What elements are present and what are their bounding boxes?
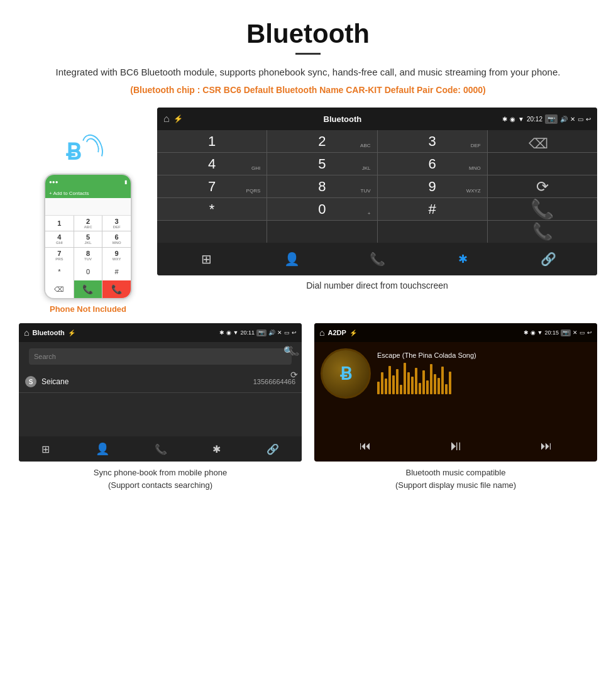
viz-bar-6 [396,369,399,394]
dial-app-name: Bluetooth [324,114,362,124]
phone-key-star[interactable]: * [45,263,74,280]
music-min-icon[interactable]: ▭ [580,329,585,336]
dial-link-icon[interactable]: 🔗 [536,246,561,272]
dial-bluetooth-icon[interactable]: ✱ [450,246,475,272]
dial-grid-icon[interactable]: ⊞ [194,246,219,272]
phone-end-btn[interactable]: 📞 [102,280,131,298]
dial-usb-icon: ⚡ [173,114,183,123]
dial-key-7[interactable]: 7PQRS [157,175,267,197]
pb-back-icon[interactable]: ↩ [292,329,297,336]
pb-contact-letter: S [25,376,36,387]
volume-icon[interactable]: 🔊 [560,116,568,123]
music-back-icon[interactable]: ↩ [587,329,592,336]
dial-key-4[interactable]: 4GHI [157,153,267,175]
bt-icon: ✱ [502,116,507,123]
viz-bar-7 [400,385,402,394]
phone-key-8[interactable]: 8TUV [74,248,102,263]
dial-key-0[interactable]: 0+ [267,198,377,220]
back-icon[interactable]: ↩ [586,116,591,123]
pb-vol-icon: 🔊 [268,329,275,336]
music-home-icon[interactable]: ⌂ [319,328,324,338]
dial-key-9[interactable]: 9WXYZ [378,175,487,197]
phone-key-hash[interactable]: # [102,263,131,280]
pb-grid-icon[interactable]: ⊞ [41,443,50,455]
wave2-icon [78,131,107,165]
viz-bar-13 [422,370,425,394]
dial-empty-2 [488,153,597,175]
pb-sync-icon[interactable]: ⟳ [290,370,298,380]
music-wifi-icon: ▼ [537,329,543,336]
pb-app-name: Bluetooth [32,329,64,336]
pb-search-input[interactable]: Search [29,348,292,365]
phone-battery: ▮ [124,179,127,185]
phone-carrier: ●●● [49,179,58,185]
music-status-bar: ⌂ A2DP ⚡ ✱ ◉ ▼ 20:15 📷 ✕ ▭ ↩ [314,323,597,342]
dial-call-green[interactable]: 📞 [488,198,597,220]
bluetooth-logo-icon: Ƀ [66,139,82,165]
music-loc-icon: ◉ [531,329,536,336]
home-icon[interactable]: ⌂ [163,113,170,124]
music-time: 20:15 [544,329,559,336]
phone-not-included-label: Phone Not Included [50,304,126,314]
dial-key-8[interactable]: 8TUV [267,175,377,197]
music-play-icon[interactable]: ⏯ [449,438,463,454]
dial-caption: Dial number direct from touchscreen [306,280,448,290]
dial-key-6[interactable]: 6MNO [378,153,487,175]
phone-key-9[interactable]: 9WXY [102,248,131,263]
dial-key-2[interactable]: 2ABC [267,130,377,152]
phone-key-0[interactable]: 0 [74,263,102,280]
wifi-icon: ▼ [518,116,524,123]
pb-link-icon[interactable]: 🔗 [267,443,279,455]
phone-cancel-btn[interactable]: ⌫ [45,280,74,298]
pb-loc-icon: ◉ [226,329,231,336]
close-icon[interactable]: ✕ [570,116,575,123]
pb-phone-icon[interactable]: 📞 [155,443,167,455]
minimize-icon[interactable]: ▭ [578,116,583,123]
pb-close-icon[interactable]: ✕ [277,329,282,336]
dial-sync-icon[interactable]: ⟳ [488,175,597,197]
music-bt-symbol: Ƀ [340,363,352,384]
viz-bar-5 [392,375,395,394]
viz-bar-1 [377,382,380,394]
dial-key-1[interactable]: 1 [157,130,267,152]
phone-key-5[interactable]: 5JKL [74,231,102,246]
camera-icon[interactable]: 📷 [545,114,558,124]
dial-key-5[interactable]: 5JKL [267,153,377,175]
pb-contact-row[interactable]: S Seicane 13566664466 [19,371,302,393]
phone-key-6[interactable]: 6MNO [102,231,131,246]
dial-bottom-bar: ⊞ 👤 📞 ✱ 🔗 [157,243,597,275]
phonebook-caption: Sync phone-book from mobile phone (Suppo… [94,467,227,491]
music-close-icon[interactable]: ✕ [573,329,578,336]
viz-bar-18 [441,367,444,394]
phone-key-1[interactable]: 1 [45,216,74,231]
dial-call-red[interactable]: 📞 [488,221,597,243]
dial-key-3[interactable]: 3DEF [378,130,487,152]
music-next-icon[interactable]: ⏭ [541,440,552,453]
viz-bar-16 [434,374,436,394]
phone-screen: + Add to Contacts 1 2ABC 3DEF 4GHI 5JKL … [45,189,131,298]
dial-phone-icon[interactable]: 📞 [365,246,390,272]
pb-person-icon[interactable]: 👤 [96,442,109,456]
specs-text: (Bluetooth chip : CSR BC6 Default Blueto… [13,85,603,95]
phone-key-4[interactable]: 4GHI [45,231,74,246]
pb-cam-icon: 📷 [256,329,267,336]
pb-bluetooth-icon[interactable]: ✱ [212,443,221,455]
pb-right-icons: 📞 ⟳ [289,346,299,380]
phone-key-7[interactable]: 7PRS [45,248,74,263]
phone-key-2[interactable]: 2ABC [74,216,102,231]
dial-person-icon[interactable]: 👤 [279,246,304,272]
pb-min-icon[interactable]: ▭ [284,329,290,336]
music-prev-icon[interactable]: ⏮ [360,440,371,453]
dial-time: 20:12 [527,116,542,123]
viz-bar-20 [449,372,451,394]
dial-status-left: ⌂ ⚡ [163,113,183,124]
phone-call-btn[interactable]: 📞 [74,280,102,298]
pb-call-icon[interactable]: 📞 [289,346,299,356]
phone-key-3[interactable]: 3DEF [102,216,131,231]
pb-bottom-bar: ⊞ 👤 📞 ✱ 🔗 [19,436,302,462]
dial-key-hash[interactable]: # [378,198,487,220]
viz-bar-2 [381,372,383,394]
pb-contact-name: Seicane [41,377,253,386]
dial-key-star[interactable]: * [157,198,267,220]
pb-home-icon[interactable]: ⌂ [24,328,29,338]
